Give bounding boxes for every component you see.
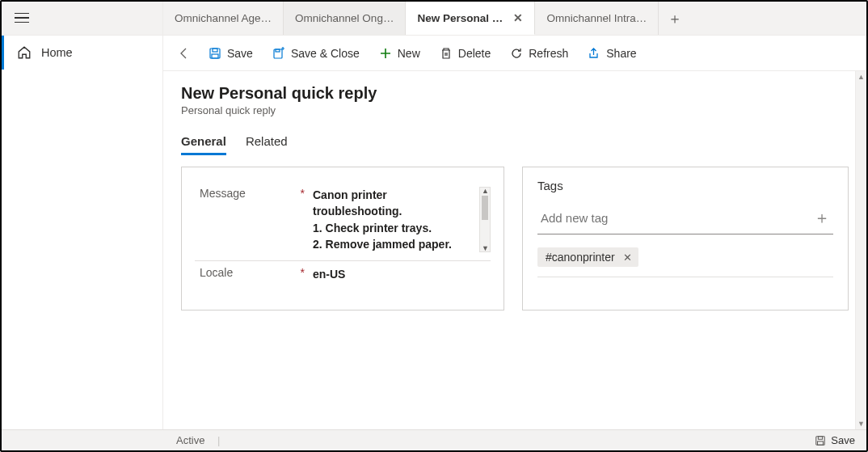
home-icon — [17, 45, 32, 60]
save-button[interactable]: Save — [200, 40, 261, 66]
tab-label: Omnichannel Ong… — [295, 12, 394, 24]
svg-rect-2 — [212, 54, 218, 58]
tab-omnichannel-intraday[interactable]: Omnichannel Intra… — [535, 2, 659, 35]
tab-label: New Personal quick reply — [417, 12, 505, 24]
content-scrollbar[interactable]: ▲ ▼ — [855, 71, 866, 429]
required-indicator: * — [301, 266, 305, 279]
locale-field[interactable]: en-US — [313, 266, 491, 282]
cmd-label: New — [398, 47, 420, 60]
sidebar-item-label: Home — [41, 46, 73, 59]
scroll-up-icon: ▲ — [857, 73, 865, 81]
locale-label: Locale * — [200, 266, 313, 279]
new-button[interactable]: New — [371, 40, 428, 66]
sidebar-item-home[interactable]: Home — [2, 36, 162, 70]
cmd-label: Share — [606, 47, 636, 60]
hamburger-menu[interactable] — [15, 13, 29, 24]
scroll-down-icon: ▼ — [482, 244, 489, 252]
tab-label: Omnichannel Age… — [175, 12, 272, 24]
page-title: New Personal quick reply — [181, 84, 849, 103]
cmd-label: Delete — [458, 47, 491, 60]
plus-icon — [379, 47, 392, 60]
record-status: Active — [176, 434, 204, 446]
tag-label: #canonprinter — [546, 251, 615, 264]
cmd-label: Refresh — [529, 47, 568, 60]
svg-rect-6 — [819, 436, 823, 439]
new-tab-button[interactable]: ＋ — [659, 2, 691, 35]
svg-rect-1 — [213, 49, 217, 52]
share-button[interactable]: Share — [579, 40, 644, 66]
sidebar: Home — [2, 36, 163, 429]
tab-general[interactable]: General — [181, 134, 226, 155]
general-card: Message * Canon printer troubleshooting.… — [181, 167, 504, 310]
status-bar: Active | Save — [2, 429, 866, 450]
trash-icon — [440, 47, 453, 60]
tab-label: Omnichannel Intra… — [546, 12, 647, 24]
cmd-label: Save — [227, 47, 253, 60]
back-button[interactable] — [171, 47, 197, 60]
message-scrollbar[interactable]: ▲ ▼ — [479, 187, 491, 252]
save-icon — [209, 47, 221, 60]
refresh-icon — [510, 47, 523, 60]
command-bar: Save Save & Close New Delete — [163, 36, 866, 71]
tags-card: Tags ＋ #canonprinter ✕ — [522, 167, 849, 310]
remove-tag-icon[interactable]: ✕ — [623, 251, 632, 264]
statusbar-save-button[interactable]: Save — [815, 434, 855, 446]
svg-rect-4 — [276, 49, 280, 52]
required-indicator: * — [301, 187, 305, 200]
tab-omnichannel-agent[interactable]: Omnichannel Age… — [163, 2, 284, 35]
add-tag-button[interactable]: ＋ — [814, 207, 833, 229]
cmd-label: Save & Close — [291, 47, 360, 60]
page-subtitle: Personal quick reply — [181, 104, 849, 116]
tab-new-personal-quick-reply[interactable]: New Personal quick reply ✕ — [406, 2, 535, 35]
save-close-icon — [272, 47, 285, 60]
close-icon[interactable]: ✕ — [513, 11, 523, 24]
tag-chip[interactable]: #canonprinter ✕ — [537, 247, 638, 267]
scroll-up-icon: ▲ — [482, 187, 489, 195]
scroll-down-icon: ▼ — [857, 420, 865, 428]
tab-omnichannel-ongoing[interactable]: Omnichannel Ong… — [284, 2, 406, 35]
refresh-button[interactable]: Refresh — [502, 40, 576, 66]
status-divider: | — [217, 434, 220, 446]
message-label: Message * — [200, 187, 313, 200]
tags-section-title: Tags — [537, 179, 833, 192]
statusbar-save-label: Save — [831, 434, 855, 446]
plus-icon: ＋ — [668, 9, 682, 28]
save-icon — [815, 435, 826, 446]
tab-related[interactable]: Related — [246, 134, 288, 155]
share-icon — [588, 47, 600, 60]
add-tag-input[interactable] — [541, 211, 814, 225]
delete-button[interactable]: Delete — [432, 40, 499, 66]
tab-strip: Omnichannel Age… Omnichannel Ong… New Pe… — [163, 2, 866, 35]
svg-rect-7 — [818, 441, 824, 444]
message-field[interactable]: Canon printer troubleshooting. 1. Check … — [313, 187, 479, 252]
save-and-close-button[interactable]: Save & Close — [264, 40, 368, 66]
